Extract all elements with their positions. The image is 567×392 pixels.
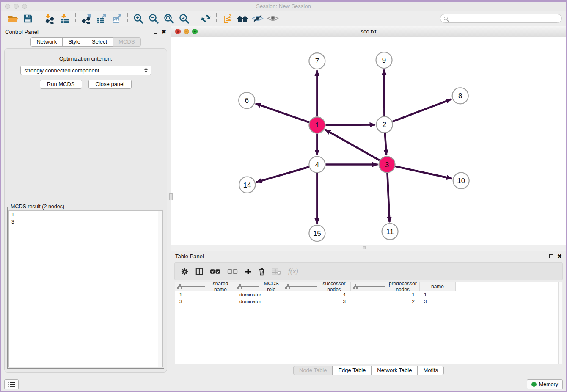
table-tabs: Node Table Edge Table Network Table Moti…: [171, 364, 566, 377]
node-label-3: 3: [385, 161, 389, 169]
column-header-name[interactable]: name: [420, 282, 456, 291]
node-label-8: 8: [458, 92, 462, 100]
mcds-buttons: Run MCDS Close panel: [5, 80, 167, 89]
toolbar-separator: [216, 13, 217, 24]
edge-2-9[interactable]: [384, 69, 385, 116]
toolbar-separator: [195, 13, 195, 24]
column-header-shared-name[interactable]: shared name: [175, 282, 235, 291]
node-label-11: 11: [386, 228, 394, 236]
hide-selected-button[interactable]: [250, 12, 265, 25]
edge-3-10[interactable]: [395, 166, 452, 179]
clone-network-button[interactable]: [220, 12, 235, 25]
control-panel-header: Control Panel ✖: [1, 26, 171, 37]
result-line: 3: [11, 218, 157, 226]
table-scrollbar[interactable]: [558, 282, 562, 364]
trash-icon: [259, 268, 265, 276]
import-table-icon: [59, 13, 70, 24]
edge-2-8[interactable]: [392, 99, 451, 121]
export-image-button[interactable]: [109, 12, 124, 25]
tab-motifs[interactable]: Motifs: [417, 366, 444, 375]
column-header-successor-nodes[interactable]: successor nodes: [283, 282, 351, 291]
float-panel-icon[interactable]: [154, 30, 157, 34]
refresh-network-button[interactable]: [198, 12, 213, 25]
node-label-10: 10: [457, 177, 465, 185]
memory-button[interactable]: Memory: [527, 379, 563, 389]
select-all-button[interactable]: [210, 268, 220, 275]
zoom-in-button[interactable]: [131, 12, 146, 25]
column-label: shared name: [206, 281, 235, 293]
edge-3-11[interactable]: [387, 173, 389, 222]
edge-1-6[interactable]: [256, 104, 309, 122]
import-network-button[interactable]: [42, 12, 57, 25]
edge-3-1[interactable]: [325, 130, 380, 160]
task-history-button[interactable]: [4, 379, 19, 389]
node-label-15: 15: [313, 229, 321, 237]
network-graph: 7968124314101511: [171, 37, 566, 245]
tab-edge-table[interactable]: Edge Table: [332, 366, 372, 375]
network-canvas[interactable]: 7968124314101511: [171, 37, 566, 245]
criterion-select[interactable]: strongly connected component: [20, 66, 151, 75]
tab-mcds[interactable]: MCDS: [113, 37, 140, 47]
run-mcds-button[interactable]: Run MCDS: [40, 80, 82, 89]
node-label-1: 1: [315, 121, 319, 129]
delete-column-button[interactable]: [259, 268, 265, 276]
unchecked-boxes-icon: [227, 268, 238, 275]
status-bar: Memory: [1, 377, 566, 391]
deselect-all-button[interactable]: [227, 268, 238, 275]
show-all-button[interactable]: [265, 12, 281, 25]
tab-style[interactable]: Style: [62, 37, 86, 47]
zoom-out-button[interactable]: [146, 12, 161, 25]
column-label: successor nodes: [318, 281, 350, 293]
search-input[interactable]: [450, 14, 561, 22]
right-column: ✕ − + scc.txt 7968124314101511 Table Pan…: [171, 26, 566, 377]
import-table-button[interactable]: [57, 12, 72, 25]
tab-network-table[interactable]: Network Table: [371, 366, 418, 375]
columns-icon: [195, 268, 203, 275]
mcds-result-lines[interactable]: 13: [8, 210, 163, 367]
tab-node-table[interactable]: Node Table: [293, 366, 333, 375]
edge-1-2[interactable]: [325, 125, 375, 125]
function-builder-button[interactable]: f(x): [288, 267, 298, 276]
eye-icon: [267, 14, 279, 23]
table-column-headers: shared nameMCDS rolesuccessor nodesprede…: [175, 282, 562, 291]
export-network-button[interactable]: [79, 12, 94, 25]
search-icon: [444, 17, 448, 20]
zoom-fit-button[interactable]: [161, 12, 176, 25]
create-column-button[interactable]: [245, 268, 252, 275]
first-neighbors-button[interactable]: [235, 12, 250, 25]
table-settings-button[interactable]: [181, 268, 189, 276]
application-window: Session: New Session: [0, 0, 567, 392]
edge-2-3[interactable]: [385, 133, 386, 155]
table-row[interactable]: 3dominator323: [175, 298, 562, 305]
edge-4-14[interactable]: [256, 167, 309, 182]
mcds-result-title: MCDS result (2 nodes): [9, 204, 66, 210]
search-field[interactable]: [440, 14, 562, 23]
show-columns-button[interactable]: [195, 268, 203, 275]
column-hierarchy-icon: [237, 284, 260, 289]
close-panel-button[interactable]: Close panel: [88, 80, 132, 89]
open-session-button[interactable]: [5, 12, 20, 25]
control-panel-tabs: Network Style Select MCDS: [1, 37, 171, 47]
resize-grip[interactable]: [363, 246, 366, 249]
save-session-button[interactable]: [20, 12, 36, 25]
close-panel-icon[interactable]: ✖: [162, 29, 166, 35]
column-header-MCDS-role[interactable]: MCDS role: [235, 282, 283, 291]
control-panel-title: Control Panel: [5, 29, 39, 35]
toolbar-separator: [127, 13, 128, 24]
mcds-result-group: MCDS result (2 nodes) 13: [7, 204, 164, 369]
network-window-titlebar: ✕ − + scc.txt: [171, 26, 566, 37]
column-header-predecessor-nodes[interactable]: predecessor nodes: [351, 282, 420, 291]
node-label-7: 7: [315, 57, 319, 65]
table-cell: dominator: [235, 299, 283, 304]
tab-network[interactable]: Network: [30, 37, 63, 47]
float-table-panel-icon[interactable]: [549, 254, 553, 258]
tab-select[interactable]: Select: [86, 37, 113, 47]
toolbar-separator: [39, 13, 39, 24]
export-table-button[interactable]: [94, 12, 109, 25]
export-image-icon: [111, 13, 123, 24]
table-cell: 2: [351, 299, 420, 304]
close-table-panel-icon[interactable]: ✖: [557, 254, 562, 259]
zoom-selected-button[interactable]: [176, 12, 192, 25]
delete-table-button[interactable]: [272, 268, 281, 275]
panel-divider-grip[interactable]: [169, 193, 173, 200]
